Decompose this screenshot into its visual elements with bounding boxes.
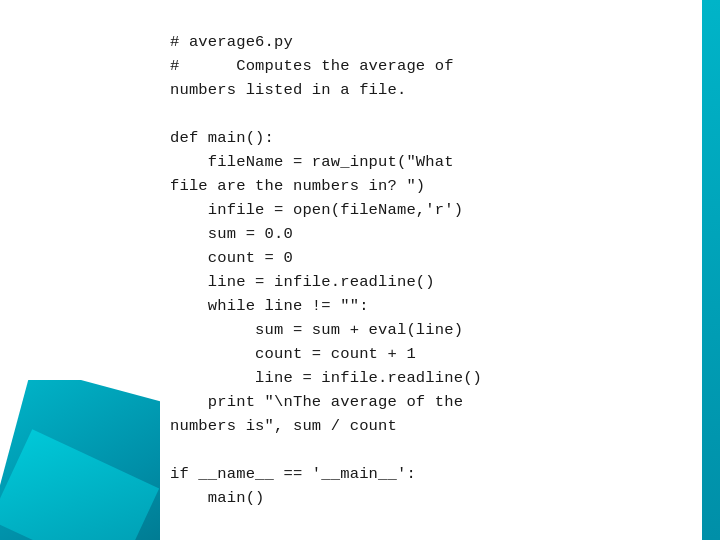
slide-container: # average6.py # Computes the average of … (0, 0, 720, 540)
code-content: # average6.py # Computes the average of … (170, 30, 482, 510)
code-block: # average6.py # Computes the average of … (0, 0, 720, 540)
